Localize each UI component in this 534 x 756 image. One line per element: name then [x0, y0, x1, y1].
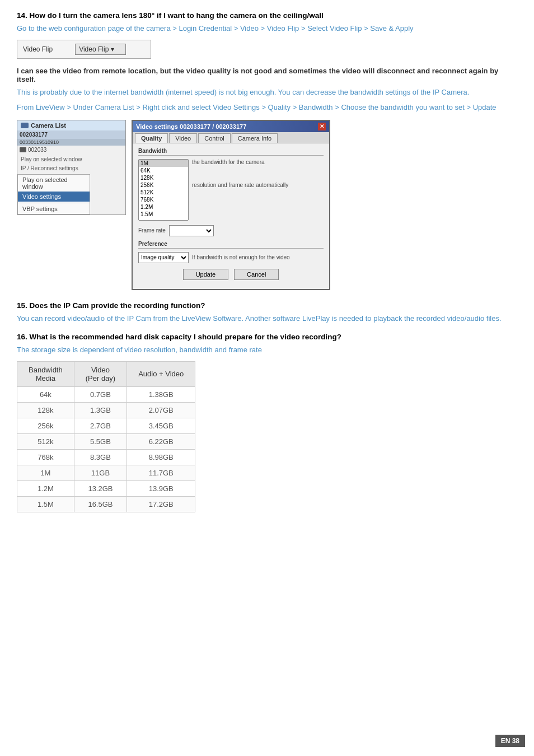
video-flip-label: Video Flip	[23, 45, 53, 53]
col-bandwidth: BandwidthMedia	[17, 361, 74, 386]
bandwidth-row: 1M 64K 128K 256K 512K 768K 1.2M 1.5M the…	[138, 159, 324, 221]
dropdown-arrow-icon: ▾	[111, 45, 114, 53]
bandwidth-section-label: Bandwidth	[138, 148, 324, 156]
q16-number: 16.	[17, 333, 27, 341]
preference-row: Image quality If bandwidth is not enough…	[138, 252, 324, 263]
camera-list-actions: Play on selected window IP / Reconnect s…	[17, 154, 125, 174]
table-cell: 2.07GB	[127, 402, 195, 418]
video-flip-box: Video Flip Video Flip ▾	[17, 40, 151, 59]
table-cell: 128k	[17, 402, 74, 418]
table-row: 768k8.3GB8.98GB	[17, 449, 195, 465]
q14-bold-question: I can see the video from remote location…	[17, 67, 517, 83]
table-row: 512k5.5GB6.22GB	[17, 433, 195, 449]
preference-hint: If bandwidth is not enough for the video	[192, 254, 290, 260]
table-cell: 13.9GB	[127, 480, 195, 496]
dialog-tabs: Quality Video Control Camera Info	[133, 132, 329, 143]
preference-select[interactable]: Image quality	[138, 252, 189, 263]
table-row: 64k0.7GB1.38GB	[17, 386, 195, 402]
table-cell: 11GB	[74, 465, 127, 480]
question-14: 14. How do I turn the camera lens 180° i…	[17, 11, 517, 290]
storage-table: BandwidthMedia Video(Per day) Audio + Vi…	[17, 361, 195, 512]
dialog-close-button[interactable]: ✕	[318, 123, 326, 130]
video-flip-value: Video Flip	[79, 45, 109, 53]
question-16: 16. What is the recommended hard disk ca…	[17, 333, 517, 512]
auto-adjust-text: resolution and frame rate automatically	[192, 182, 324, 188]
dialog-title: Video settings 002033177 / 002033177	[136, 123, 246, 130]
q15-title-text: Does the IP Cam provide the recording fu…	[30, 301, 205, 310]
table-row: 1M11GB11.7GB	[17, 465, 195, 480]
table-cell: 3.45GB	[127, 418, 195, 433]
menu-item-play[interactable]: Play on selected window	[18, 175, 90, 192]
table-cell: 1.38GB	[127, 386, 195, 402]
camera-small-icon	[20, 147, 26, 152]
table-cell: 0.7GB	[74, 386, 127, 402]
table-cell: 13.2GB	[74, 480, 127, 496]
table-cell: 256k	[17, 418, 74, 433]
q16-title: 16. What is the recommended hard disk ca…	[17, 333, 517, 341]
update-button[interactable]: Update	[183, 269, 228, 280]
q15-answer: You can record video/audio of the IP Cam…	[17, 313, 517, 324]
q14-answer3: From LiveView > Under Camera List > Righ…	[17, 102, 517, 113]
camera-icon	[21, 123, 29, 128]
table-cell: 1.2M	[17, 480, 74, 496]
camera-list-item: 002033	[17, 146, 125, 154]
cancel-button[interactable]: Cancel	[234, 269, 279, 280]
action2: IP / Reconnect settings	[21, 164, 122, 173]
table-row: 256k2.7GB3.45GB	[17, 418, 195, 433]
menu-item-vbp[interactable]: VBP settings	[18, 203, 90, 214]
dialog-content: Bandwidth 1M 64K 128K 256K 512K 768K 1.2…	[133, 143, 329, 289]
bandwidth-select[interactable]: 1M 64K 128K 256K 512K 768K 1.2M 1.5M	[138, 159, 189, 221]
table-cell: 1.5M	[17, 496, 74, 512]
table-row: 1.5M16.5GB17.2GB	[17, 496, 195, 512]
table-cell: 16.5GB	[74, 496, 127, 512]
tab-control[interactable]: Control	[198, 133, 230, 143]
framerate-select[interactable]	[169, 225, 214, 236]
table-cell: 6.22GB	[127, 433, 195, 449]
tab-video[interactable]: Video	[169, 133, 197, 143]
table-cell: 11.7GB	[127, 465, 195, 480]
camera-list-header: Camera List	[17, 120, 125, 130]
video-flip-select[interactable]: Video Flip ▾	[75, 44, 126, 55]
preference-section: Preference Image quality If bandwidth is…	[138, 241, 324, 263]
framerate-row: Frame rate	[138, 225, 324, 236]
col-audio-video: Audio + Video	[127, 361, 195, 386]
table-cell: 8.3GB	[74, 449, 127, 465]
table-cell: 64k	[17, 386, 74, 402]
table-row: 1.2M13.2GB13.9GB	[17, 480, 195, 496]
tab-quality[interactable]: Quality	[135, 133, 168, 143]
dialog-titlebar: Video settings 002033177 / 002033177 ✕	[133, 121, 329, 132]
q15-title: 15. Does the IP Cam provide the recordin…	[17, 301, 517, 310]
video-settings-dialog: Video settings 002033177 / 002033177 ✕ Q…	[132, 120, 330, 290]
col-video: Video(Per day)	[74, 361, 127, 386]
page-badge: EN 38	[495, 735, 525, 747]
bandwidth-hint: the bandwidth for the camera	[192, 159, 324, 165]
camera-list-ip1: 002033177	[17, 130, 125, 139]
table-cell: 2.7GB	[74, 418, 127, 433]
action1: Play on selected window	[21, 155, 122, 164]
dialog-buttons: Update Cancel	[138, 269, 324, 284]
table-cell: 8.98GB	[127, 449, 195, 465]
menu-item-video-settings[interactable]: Video settings	[18, 192, 90, 202]
q16-answer: The storage size is dependent of video r…	[17, 344, 517, 356]
table-cell: 512k	[17, 433, 74, 449]
preference-label: Preference	[138, 241, 324, 249]
q14-title-text: How do I turn the camera lens 180° if I …	[30, 11, 324, 20]
q14-answer1: Go to the web configuration page of the …	[17, 23, 517, 34]
screenshot-area: Camera List 002033177 00330119510910 002…	[17, 120, 517, 290]
tab-camera-info[interactable]: Camera Info	[232, 133, 278, 143]
q15-number: 15.	[17, 301, 27, 310]
camera-list-ip2: 00330119510910	[17, 139, 125, 146]
camera-list-label: Camera List	[31, 122, 66, 129]
bandwidth-info: the bandwidth for the camera resolution …	[192, 159, 324, 188]
q14-answer2: This is probably due to the internet ban…	[17, 87, 517, 98]
table-cell: 768k	[17, 449, 74, 465]
table-cell: 5.5GB	[74, 433, 127, 449]
table-cell: 1.3GB	[74, 402, 127, 418]
table-cell: 1M	[17, 465, 74, 480]
table-cell: 17.2GB	[127, 496, 195, 512]
framerate-label: Frame rate	[138, 227, 166, 234]
q14-number: 14.	[17, 11, 27, 20]
q16-title-text: What is the recommended hard disk capaci…	[30, 333, 341, 341]
context-menu: Play on selected window Video settings V…	[17, 174, 90, 214]
camera-list-id: 002033	[28, 147, 46, 153]
